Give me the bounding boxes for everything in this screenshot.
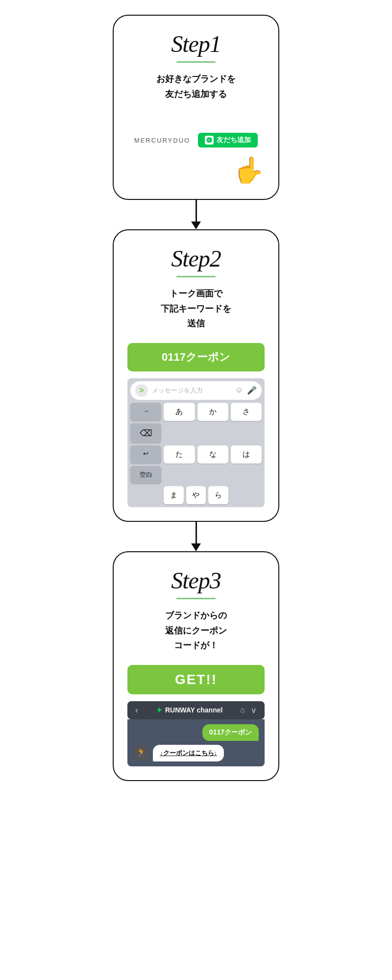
key-na[interactable]: な (197, 445, 228, 464)
nav-back-icon: ‹ (135, 705, 138, 715)
keyboard-icons: ☺ 🎤 (235, 386, 257, 395)
keyboard-mock: > メッセージを入力 ☺ 🎤 → あ か さ ⌫ ↩ た な は 空白 ま や (127, 378, 265, 507)
chat-sent-row: 0117クーポン (133, 724, 259, 741)
step3-underline (176, 598, 216, 599)
arrow-2 (191, 522, 201, 551)
line-add-button[interactable]: 友だち追加 (198, 133, 258, 147)
emoji-icon: ☺ (235, 386, 243, 395)
nav-title-row: ✦ RUNWAY channel (156, 706, 222, 715)
step1-card: Step1 お好きなブランドを 友だち追加する MERCURYDUO 友だち追加… (113, 15, 279, 200)
key-ka[interactable]: か (197, 403, 228, 421)
keyboard-row-3: ま や ら (130, 486, 262, 504)
arrow-head-2 (191, 543, 201, 551)
chat-received-row: 🏃 ↓クーポンはこちら↓ (133, 745, 259, 761)
key-ta[interactable]: た (164, 445, 195, 464)
nav-chevron-down-icon: ∨ (251, 706, 257, 715)
nav-channel-name: RUNWAY channel (165, 706, 222, 714)
nav-star-icon: ✦ (156, 706, 162, 715)
step2-description: トーク画面で 下記キーワードを 送信 (127, 286, 265, 331)
chat-avatar: 🏃 (133, 745, 149, 760)
chat-received-bubble: ↓クーポンはこちら↓ (153, 745, 224, 761)
brand-name: MERCURYDUO (134, 137, 190, 144)
keyboard-row-2: ↩ た な は 空白 (130, 445, 262, 484)
add-button-label: 友だち追加 (217, 136, 251, 145)
step3-label: Step3 (171, 567, 221, 593)
key-arrow[interactable]: → (130, 403, 161, 421)
key-return[interactable]: ↩ (130, 445, 161, 464)
step3-description: ブランドからの 返信にクーポン コードが！ (127, 608, 265, 653)
get-bubble: GET!! (127, 665, 265, 694)
key-a[interactable]: あ (164, 403, 195, 421)
chat-sent-bubble: 0117クーポン (202, 724, 259, 741)
key-sa[interactable]: さ (231, 403, 262, 421)
line-icon (205, 136, 214, 145)
step3-card: Step3 ブランドからの 返信にクーポン コードが！ GET!! ‹ ✦ RU… (113, 551, 279, 781)
message-input-row: > メッセージを入力 ☺ 🎤 (130, 381, 262, 400)
step2-underline (176, 276, 216, 277)
step1-description: お好きなブランドを 友だち追加する (127, 72, 265, 101)
key-space[interactable]: 空白 (130, 466, 161, 484)
step1-label: Step1 (171, 31, 221, 57)
keyword-bubble: 0117クーポン (127, 343, 265, 371)
phone-nav-bar: ‹ ✦ RUNWAY channel ⌂ ∨ (127, 701, 265, 719)
key-ha[interactable]: は (231, 445, 262, 464)
chat-area: 0117クーポン 🏃 ↓クーポンはこちら↓ (127, 719, 265, 766)
step1-title: Step1 (127, 30, 265, 57)
arrow-head-1 (191, 221, 201, 229)
keyboard-row-1: → あ か さ ⌫ (130, 403, 262, 443)
arrow-shaft-1 (196, 200, 197, 221)
step1-underline (176, 61, 216, 63)
chevron-icon: > (135, 384, 148, 397)
step2-title: Step2 (127, 245, 265, 272)
step3-title: Step3 (127, 567, 265, 594)
click-hand-icon: 👆 (127, 155, 265, 185)
arrow-1 (191, 200, 201, 229)
nav-home-icon: ⌂ (240, 706, 245, 714)
message-placeholder: メッセージを入力 (152, 386, 231, 395)
arrow-shaft-2 (196, 522, 197, 543)
key-ma[interactable]: ま (164, 486, 184, 504)
key-ra[interactable]: ら (208, 486, 228, 504)
step2-label: Step2 (171, 245, 221, 271)
mic-icon: 🎤 (247, 386, 257, 395)
brand-row: MERCURYDUO 友だち追加 (127, 133, 265, 147)
step2-card: Step2 トーク画面で 下記キーワードを 送信 0117クーポン > メッセー… (113, 229, 279, 522)
key-ya[interactable]: や (186, 486, 206, 504)
key-delete[interactable]: ⌫ (130, 423, 161, 443)
